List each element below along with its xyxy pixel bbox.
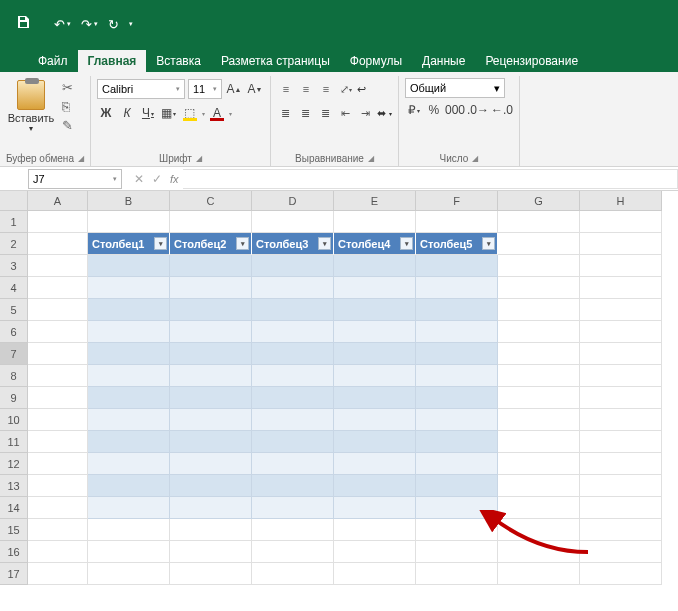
col-header-G[interactable]: G bbox=[498, 191, 580, 211]
paste-button[interactable]: Вставить ▾ bbox=[6, 78, 56, 133]
row-header-7[interactable]: 7 bbox=[0, 343, 28, 365]
cell[interactable] bbox=[88, 299, 170, 321]
cell[interactable] bbox=[88, 365, 170, 387]
cell[interactable] bbox=[252, 321, 334, 343]
row-header-15[interactable]: 15 bbox=[0, 519, 28, 541]
increase-font-icon[interactable]: A▲ bbox=[225, 79, 243, 99]
tab-file[interactable]: Файл bbox=[28, 50, 78, 72]
cell[interactable] bbox=[252, 277, 334, 299]
cell[interactable] bbox=[334, 343, 416, 365]
cell[interactable] bbox=[416, 387, 498, 409]
align-top-icon[interactable]: ≡ bbox=[277, 80, 295, 98]
cell[interactable] bbox=[170, 321, 252, 343]
cell[interactable] bbox=[252, 431, 334, 453]
cell[interactable] bbox=[580, 563, 662, 585]
cell[interactable] bbox=[28, 409, 88, 431]
cell[interactable] bbox=[498, 431, 580, 453]
align-center-icon[interactable]: ≣ bbox=[297, 104, 315, 122]
cell[interactable] bbox=[580, 497, 662, 519]
select-all-button[interactable] bbox=[0, 191, 28, 211]
cell[interactable] bbox=[416, 519, 498, 541]
redo-button[interactable]: ↷▾ bbox=[81, 17, 98, 32]
cell[interactable] bbox=[28, 563, 88, 585]
cell[interactable] bbox=[88, 255, 170, 277]
cell[interactable] bbox=[334, 409, 416, 431]
cell[interactable] bbox=[416, 431, 498, 453]
cell[interactable] bbox=[416, 277, 498, 299]
font-name-select[interactable]: Calibri▾ bbox=[97, 79, 185, 99]
cell[interactable] bbox=[88, 431, 170, 453]
cell[interactable] bbox=[498, 299, 580, 321]
cell[interactable] bbox=[252, 365, 334, 387]
cell[interactable] bbox=[498, 453, 580, 475]
cell[interactable] bbox=[88, 563, 170, 585]
cell[interactable] bbox=[28, 211, 88, 233]
cell-grid[interactable]: Столбец1▾Столбец2▾Столбец3▾Столбец4▾Стол… bbox=[28, 211, 662, 585]
decrease-font-icon[interactable]: A▼ bbox=[246, 79, 264, 99]
cell[interactable] bbox=[416, 453, 498, 475]
cell[interactable] bbox=[498, 497, 580, 519]
repeat-button[interactable]: ↻ bbox=[108, 17, 119, 32]
cell[interactable] bbox=[580, 277, 662, 299]
cell[interactable] bbox=[170, 299, 252, 321]
cell[interactable] bbox=[498, 277, 580, 299]
col-header-F[interactable]: F bbox=[416, 191, 498, 211]
cell[interactable] bbox=[498, 475, 580, 497]
col-header-E[interactable]: E bbox=[334, 191, 416, 211]
cell[interactable] bbox=[334, 299, 416, 321]
cell[interactable] bbox=[170, 277, 252, 299]
cell[interactable] bbox=[334, 541, 416, 563]
cell[interactable]: Столбец1▾ bbox=[88, 233, 170, 255]
cell[interactable] bbox=[580, 541, 662, 563]
cell[interactable] bbox=[170, 475, 252, 497]
row-header-11[interactable]: 11 bbox=[0, 431, 28, 453]
cell[interactable] bbox=[252, 387, 334, 409]
enter-icon[interactable]: ✓ bbox=[152, 172, 162, 186]
cell[interactable] bbox=[88, 211, 170, 233]
cell[interactable] bbox=[88, 475, 170, 497]
orientation-icon[interactable]: ⤢▾ bbox=[337, 80, 355, 98]
cell[interactable] bbox=[28, 277, 88, 299]
filter-button[interactable]: ▾ bbox=[318, 237, 331, 250]
cell[interactable] bbox=[334, 563, 416, 585]
row-header-16[interactable]: 16 bbox=[0, 541, 28, 563]
increase-decimal-icon[interactable]: .0→ bbox=[467, 100, 489, 120]
cell[interactable] bbox=[498, 255, 580, 277]
cell[interactable] bbox=[88, 519, 170, 541]
cell[interactable] bbox=[334, 321, 416, 343]
cell[interactable] bbox=[88, 343, 170, 365]
cell[interactable] bbox=[498, 233, 580, 255]
cell[interactable] bbox=[334, 431, 416, 453]
cell[interactable] bbox=[334, 211, 416, 233]
filter-button[interactable]: ▾ bbox=[154, 237, 167, 250]
cell[interactable] bbox=[334, 519, 416, 541]
cancel-icon[interactable]: ✕ bbox=[134, 172, 144, 186]
cell[interactable] bbox=[28, 519, 88, 541]
number-format-select[interactable]: Общий▾ bbox=[405, 78, 505, 98]
cell[interactable] bbox=[334, 475, 416, 497]
cell[interactable] bbox=[170, 255, 252, 277]
underline-button[interactable]: Ч▾ bbox=[139, 103, 157, 123]
cell[interactable] bbox=[498, 343, 580, 365]
tab-layout[interactable]: Разметка страницы bbox=[211, 50, 340, 72]
bold-button[interactable]: Ж bbox=[97, 103, 115, 123]
undo-button[interactable]: ↶▾ bbox=[54, 17, 71, 32]
cell[interactable] bbox=[28, 255, 88, 277]
align-right-icon[interactable]: ≣ bbox=[317, 104, 335, 122]
row-header-4[interactable]: 4 bbox=[0, 277, 28, 299]
cell[interactable] bbox=[416, 299, 498, 321]
copy-icon[interactable]: ⎘ bbox=[62, 99, 73, 114]
cell[interactable] bbox=[88, 277, 170, 299]
cell[interactable] bbox=[416, 497, 498, 519]
decrease-indent-icon[interactable]: ⇤ bbox=[337, 104, 355, 122]
cell[interactable] bbox=[498, 519, 580, 541]
cut-icon[interactable]: ✂ bbox=[62, 80, 73, 95]
fill-color-button[interactable]: ⬚ bbox=[181, 103, 199, 123]
row-header-17[interactable]: 17 bbox=[0, 563, 28, 585]
cell[interactable] bbox=[580, 519, 662, 541]
cell[interactable] bbox=[416, 365, 498, 387]
tab-formulas[interactable]: Формулы bbox=[340, 50, 412, 72]
cell[interactable] bbox=[28, 541, 88, 563]
tab-review[interactable]: Рецензирование bbox=[475, 50, 588, 72]
cell[interactable] bbox=[88, 387, 170, 409]
